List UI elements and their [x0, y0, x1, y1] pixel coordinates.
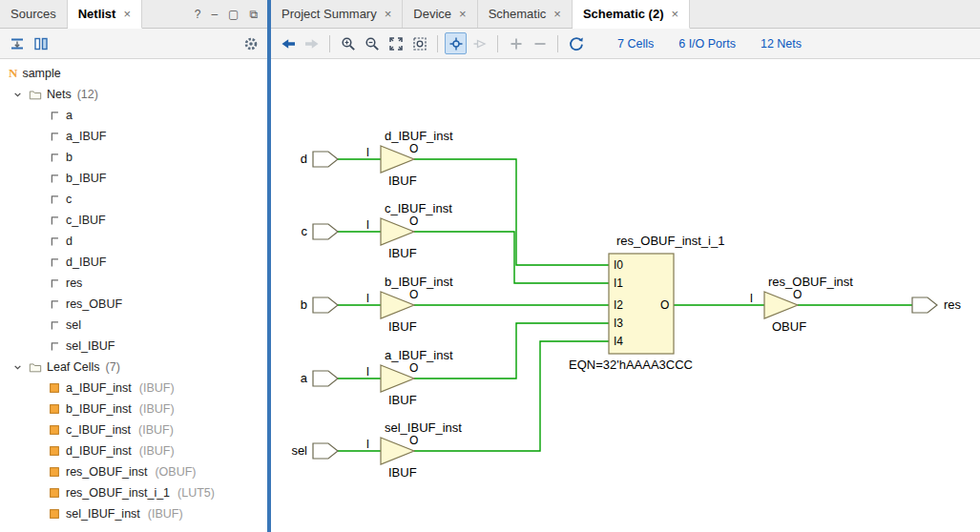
close-icon[interactable]: ×: [385, 7, 392, 21]
tree-item-leaf-cells[interactable]: Leaf Cells(7): [0, 357, 267, 378]
tree-item-res[interactable]: res: [0, 273, 267, 294]
tree-item-d-ibuf-inst[interactable]: d_IBUF_inst(IBUF): [0, 440, 267, 461]
close-icon[interactable]: ×: [553, 7, 561, 21]
expand-cone-icon[interactable]: [469, 32, 490, 54]
schematic-panel: Project Summary×Device×Schematic×Schemat…: [271, 0, 980, 532]
add-icon[interactable]: [505, 32, 527, 54]
schematic-canvas[interactable]: dcbaselresd_IBUF_instIBUFIOc_IBUF_instIB…: [271, 59, 980, 532]
instance-name: sel_IBUF_inst: [385, 420, 462, 435]
float-icon[interactable]: ⧉: [249, 9, 258, 20]
cell-icon: [48, 381, 61, 395]
tree-item-sel-ibuf-inst[interactable]: sel_IBUF_inst(IBUF): [0, 503, 267, 524]
tree-item-b[interactable]: b: [0, 147, 267, 168]
settings-icon[interactable]: [240, 32, 261, 54]
tree-item-type: (IBUF): [148, 507, 183, 521]
pin-label-o: O: [409, 142, 418, 155]
input-port-b[interactable]: [313, 297, 338, 313]
tree-item-c-ibuf[interactable]: c_IBUF: [0, 210, 267, 231]
tree-item-b-ibuf[interactable]: b_IBUF: [0, 168, 267, 189]
tree-item-sel-ibuf[interactable]: sel_IBUF: [0, 336, 267, 357]
tab-sources[interactable]: Sources: [0, 0, 68, 28]
tree-item-nets[interactable]: Nets(12): [0, 84, 267, 105]
tree-item-label: a_IBUF: [66, 130, 106, 143]
tree-item-res-obuf-inst[interactable]: res_OBUF_inst(OBUF): [0, 461, 267, 482]
right-tabbar: Project Summary×Device×Schematic×Schemat…: [271, 0, 980, 29]
minimize-icon[interactable]: –: [211, 9, 218, 20]
tree-item-c[interactable]: c: [0, 189, 267, 210]
left-window-icons: ?–▢⧉: [185, 0, 267, 28]
zoom-selection-icon[interactable]: [408, 32, 430, 54]
net-icon: [48, 256, 61, 269]
close-icon[interactable]: ×: [459, 7, 467, 21]
maximize-icon[interactable]: ▢: [228, 9, 239, 20]
refresh-icon[interactable]: [565, 32, 587, 54]
toolbar-separator: [497, 35, 498, 52]
cell-icon: [48, 402, 61, 416]
input-port-sel[interactable]: [313, 443, 338, 459]
forward-icon[interactable]: [301, 32, 323, 54]
chevron-down-icon[interactable]: [11, 89, 24, 101]
schematic-counts: 7 Cells6 I/O Ports12 Nets: [617, 37, 802, 51]
pin-label-i: I: [366, 218, 369, 232]
output-port-res[interactable]: [912, 297, 937, 313]
input-port-c[interactable]: [313, 224, 338, 239]
expand-collapse-icon[interactable]: [6, 32, 28, 54]
close-icon[interactable]: ×: [123, 7, 131, 21]
pin-label-o: O: [409, 361, 418, 375]
net-icon: [48, 193, 61, 206]
cell-type-label: IBUF: [388, 465, 417, 480]
tab-schematic[interactable]: Schematic×: [478, 0, 573, 28]
tree-item-b-ibuf-inst[interactable]: b_IBUF_inst(IBUF): [0, 399, 267, 419]
tree-item-a-ibuf[interactable]: a_IBUF: [0, 126, 267, 147]
group-by-icon[interactable]: [30, 32, 52, 54]
tree-item-label: a_IBUF_inst: [66, 381, 132, 395]
pin-label-o: O: [409, 215, 418, 228]
tree-item-label: sel_IBUF: [66, 339, 115, 353]
tab-netlist[interactable]: Netlist×: [68, 0, 142, 29]
chevron-down-icon[interactable]: [11, 361, 24, 374]
tree-item-label: a: [66, 109, 73, 122]
cells-count[interactable]: 7 Cells: [617, 37, 654, 51]
instance-name: b_IBUF_inst: [385, 275, 453, 289]
tree-item-sel[interactable]: sel: [0, 315, 267, 336]
tree-item-sample[interactable]: Nsample: [0, 63, 267, 84]
back-icon[interactable]: [277, 32, 299, 54]
tab-device[interactable]: Device×: [403, 0, 477, 28]
cell-type-label: IBUF: [388, 319, 417, 334]
tab-label: Device: [413, 7, 451, 21]
remove-icon[interactable]: [529, 32, 551, 54]
tree-item-a-ibuf-inst[interactable]: a_IBUF_inst(IBUF): [0, 378, 267, 399]
tree-item-label: res_OBUF_inst_i_1: [66, 486, 170, 500]
lut-pin-i3: I3: [614, 317, 623, 330]
instance-name: d_IBUF_inst: [385, 129, 453, 143]
zoom-out-icon[interactable]: [361, 32, 383, 54]
nets-count[interactable]: 12 Nets: [761, 37, 802, 51]
cell-icon: [48, 507, 61, 521]
zoom-in-icon[interactable]: [337, 32, 359, 54]
zoom-fit-icon[interactable]: [385, 32, 407, 54]
lut-pin-i1: I1: [614, 276, 623, 290]
tab-project-summary[interactable]: Project Summary×: [271, 0, 403, 28]
port-label-a: a: [301, 371, 308, 385]
tab-label: Sources: [10, 7, 56, 21]
pin-label-o: O: [793, 288, 802, 301]
net-icon: [48, 297, 61, 311]
tree-item-label: d_IBUF_inst: [66, 444, 132, 458]
tree-item-c-ibuf-inst[interactable]: c_IBUF_inst(IBUF): [0, 419, 267, 440]
help-icon[interactable]: ?: [195, 9, 201, 20]
input-port-a[interactable]: [313, 371, 338, 386]
input-port-d[interactable]: [313, 152, 338, 167]
close-icon[interactable]: ×: [671, 7, 678, 21]
tree-item-d[interactable]: d: [0, 231, 267, 252]
right-tabs: Project Summary×Device×Schematic×Schemat…: [271, 0, 690, 28]
tree-item-res-obuf-inst-i-1[interactable]: res_OBUF_inst_i_1(LUT5): [0, 482, 267, 503]
tree-item-label: Nets: [47, 88, 72, 101]
folder-icon: [29, 360, 42, 374]
autofit-icon[interactable]: [445, 32, 467, 54]
tree-item-res-obuf[interactable]: res_OBUF: [0, 294, 267, 315]
net-icon: [48, 276, 61, 290]
io-ports-count[interactable]: 6 I/O Ports: [678, 37, 736, 51]
tree-item-d-ibuf[interactable]: d_IBUF: [0, 252, 267, 273]
tab-schematic-2[interactable]: Schematic (2)×: [573, 0, 690, 29]
tree-item-a[interactable]: a: [0, 105, 267, 126]
